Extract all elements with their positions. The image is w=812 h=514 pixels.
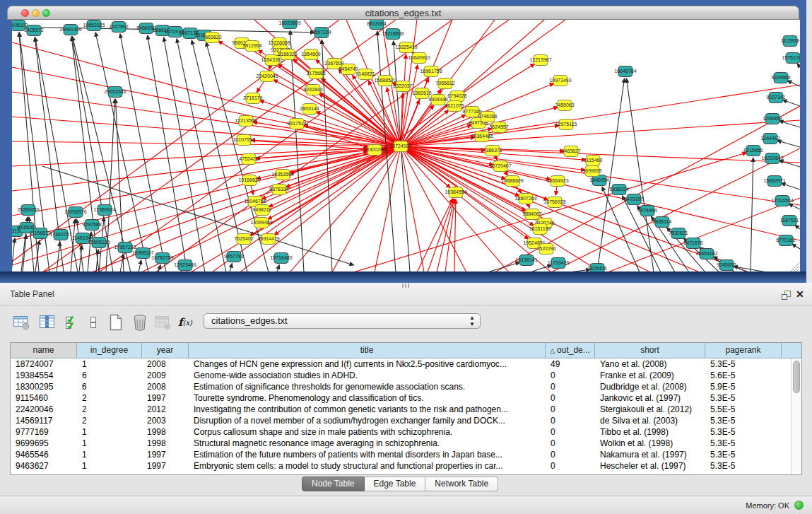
cell-name[interactable]: 9115460 <box>11 392 77 404</box>
cell-in-degree[interactable]: 1 <box>77 449 142 460</box>
table-settings-icon[interactable] <box>11 312 31 333</box>
cell-out-de-[interactable]: 0 <box>546 449 595 460</box>
citation-edge-black[interactable] <box>779 160 800 167</box>
citation-edge-red[interactable] <box>428 199 454 272</box>
close-panel-icon[interactable]: ✕ <box>796 288 804 300</box>
scrollbar-thumb[interactable] <box>793 361 800 393</box>
column-header-name[interactable]: name <box>11 343 77 358</box>
cell-in-degree[interactable]: 2 <box>77 415 142 426</box>
cell-short[interactable]: Tibbo et al. (1998) <box>595 426 705 438</box>
cell-title[interactable]: Investigating the contribution of common… <box>189 404 546 415</box>
cell-out-de-[interactable]: 0 <box>546 381 595 392</box>
cell-name[interactable]: 18300295 <box>11 381 77 392</box>
citation-edge-black[interactable] <box>57 242 60 272</box>
citation-edge-black[interactable] <box>782 100 800 106</box>
citation-edge-red[interactable] <box>608 198 800 272</box>
cell-short[interactable]: de Silva et al. (2003) <box>595 415 705 426</box>
citation-edge-red[interactable] <box>155 20 509 272</box>
network-canvas[interactable]: 9905103240557220691406106533251527902846… <box>12 20 800 272</box>
function-builder-fx-icon[interactable]: f(x) <box>175 312 195 333</box>
cell-pagerank[interactable]: 5.3E-5 <box>705 358 782 370</box>
cell-in-degree[interactable]: 1 <box>77 460 142 472</box>
citation-edge-red[interactable] <box>401 146 548 200</box>
citation-edge-black[interactable] <box>779 121 800 127</box>
vertical-scrollbar[interactable] <box>791 358 801 474</box>
cell-title[interactable]: Tourette syndrome. Phenomenology and cla… <box>189 392 546 404</box>
cell-pagerank[interactable]: 5.5E-5 <box>705 404 782 415</box>
citation-edge-black[interactable] <box>148 35 187 272</box>
cell-pagerank[interactable]: 5.6E-5 <box>705 370 782 381</box>
cell-short[interactable]: Dudbridge et al. (2008) <box>595 381 705 392</box>
tab-node-table[interactable]: Node Table <box>302 477 365 491</box>
cell-short[interactable]: Hescheler et al. (1997) <box>595 460 705 472</box>
table-row[interactable]: 1830029562008Estimation of significance … <box>11 381 801 392</box>
cell-out-de-[interactable]: 0 <box>546 404 595 415</box>
cell-name[interactable]: 9699695 <box>11 438 77 449</box>
citation-edge-black[interactable] <box>795 225 800 229</box>
cell-out-de-[interactable]: 0 <box>546 460 595 472</box>
cell-short[interactable]: Yano et al. (2008) <box>595 358 705 370</box>
table-source-combobox[interactable]: citations_edges.txt ▲▼ <box>204 313 481 329</box>
cell-title[interactable]: Embryonic stem cells: a model to study s… <box>189 460 546 472</box>
cell-pagerank[interactable]: 5.9E-5 <box>705 381 782 392</box>
cell-in-degree[interactable]: 6 <box>77 370 142 381</box>
show-columns-checklist-icon[interactable] <box>62 312 82 333</box>
cell-year[interactable]: 1997 <box>142 392 189 404</box>
cell-pagerank[interactable]: 5.3E-5 <box>705 392 782 404</box>
citation-edge-red[interactable] <box>319 93 401 146</box>
cell-pagerank[interactable]: 5.3E-5 <box>705 449 782 460</box>
tab-network-table[interactable]: Network Table <box>425 477 498 491</box>
cell-pagerank[interactable]: 5.3E-5 <box>705 415 782 426</box>
float-window-icon[interactable] <box>782 291 792 300</box>
table-row[interactable]: 969969511998Structural magnetic resonanc… <box>11 438 801 449</box>
delete-rows-trash-icon[interactable] <box>130 312 150 333</box>
citation-edge-red[interactable] <box>401 146 466 272</box>
cell-in-degree[interactable]: 6 <box>77 381 142 392</box>
citation-edge-black[interactable] <box>139 260 141 272</box>
row-height-icon[interactable] <box>83 312 103 333</box>
citation-edge-red[interactable] <box>401 120 800 146</box>
cell-title[interactable]: Changes of HCN gene expression and I(f) … <box>189 358 546 370</box>
cell-title[interactable]: Estimation of significance thresholds fo… <box>189 381 546 392</box>
citation-edge-black[interactable] <box>787 81 800 86</box>
cell-name[interactable]: 9465546 <box>11 449 77 460</box>
cell-pagerank[interactable]: 5.3E-5 <box>705 426 782 438</box>
zoom-window-button[interactable] <box>42 9 50 17</box>
cell-year[interactable]: 2003 <box>142 415 189 426</box>
cell-pagerank[interactable]: 5.3E-5 <box>705 438 782 449</box>
cell-year[interactable]: 1997 <box>142 449 189 460</box>
citation-edge-red[interactable] <box>12 146 401 265</box>
cell-out-de-[interactable]: 0 <box>546 426 595 438</box>
cell-year[interactable]: 2012 <box>142 404 189 415</box>
citation-edge-black[interactable] <box>164 37 205 272</box>
table-row[interactable]: 1456911722003Disruption of a novel membe… <box>11 415 801 426</box>
citation-edge-red[interactable] <box>290 146 401 272</box>
cell-name[interactable]: 14569117 <box>11 415 77 426</box>
cell-in-degree[interactable]: 1 <box>77 438 142 449</box>
cell-short[interactable]: Nakamura et al. (1997) <box>595 449 705 460</box>
column-header-title[interactable]: title <box>189 343 546 358</box>
cell-year[interactable]: 2008 <box>142 381 189 392</box>
citation-edge-black[interactable] <box>797 64 800 67</box>
citation-edge-red[interactable] <box>401 146 424 272</box>
cell-out-de-[interactable]: 49 <box>546 358 595 370</box>
citation-edge-black[interactable] <box>751 158 753 272</box>
column-header-pagerank[interactable]: pagerank <box>705 343 782 358</box>
cell-in-degree[interactable]: 1 <box>77 358 142 370</box>
cell-year[interactable]: 1998 <box>142 438 189 449</box>
new-table-icon[interactable] <box>106 312 126 333</box>
cell-short[interactable]: Stergiakouli et al. (2012) <box>595 404 705 415</box>
cell-title[interactable]: Corpus callosum shape and size in male p… <box>189 426 546 438</box>
citation-edge-red[interactable] <box>401 146 650 272</box>
citation-edge-black[interactable] <box>394 41 410 272</box>
cell-out-de-[interactable]: 0 <box>546 438 595 449</box>
cell-title[interactable]: Disruption of a novel member of a sodium… <box>189 415 546 426</box>
cell-in-degree[interactable]: 2 <box>77 392 142 404</box>
minimize-window-button[interactable] <box>32 9 40 17</box>
cell-name[interactable]: 19384554 <box>11 370 77 381</box>
cell-out-de-[interactable]: 0 <box>546 392 595 404</box>
cell-pagerank[interactable]: 5.3E-5 <box>705 460 782 472</box>
table-row[interactable]: 946554611997Estimation of the future num… <box>11 449 801 460</box>
citation-edge-black[interactable] <box>781 183 800 189</box>
tab-edge-table[interactable]: Edge Table <box>365 477 426 491</box>
